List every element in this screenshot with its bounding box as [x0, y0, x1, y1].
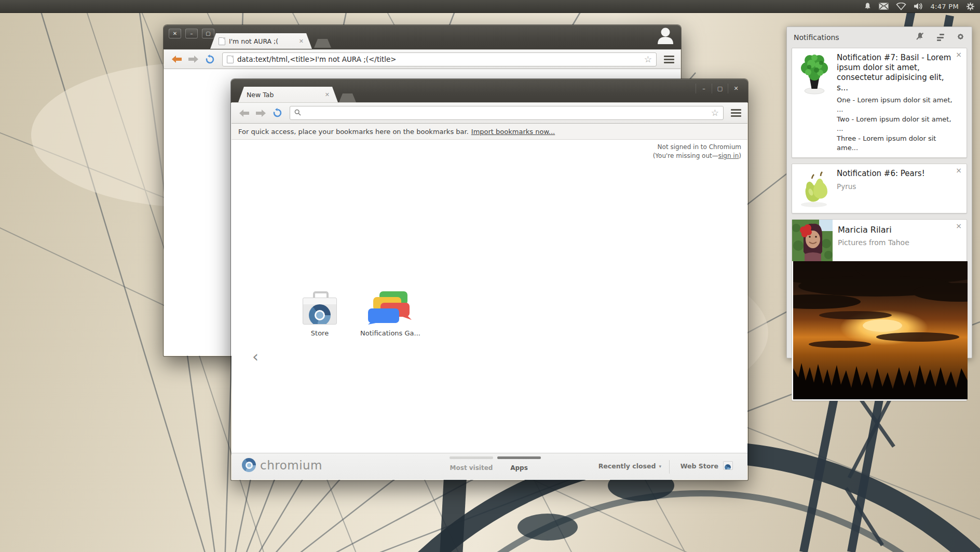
minimize-window-button[interactable]: – — [696, 84, 712, 93]
chrome-menu-icon[interactable] — [731, 109, 741, 117]
signin-line1: Not signed in to Chromium — [653, 143, 741, 152]
omnibox-search-input[interactable]: ☆ — [290, 106, 724, 120]
close-icon[interactable]: × — [956, 167, 962, 174]
close-icon[interactable]: × — [956, 51, 962, 58]
notification-center-panel: Notifications × — [786, 26, 972, 358]
list-item: One - Lorem ipsum dolor sit amet, ... — [837, 96, 954, 115]
system-top-bar: 4:47 PM — [0, 0, 980, 13]
ntp-footer-bar: chromium Most visited Apps Recently clos… — [232, 453, 747, 480]
webstore-app-icon — [303, 291, 337, 325]
new-tab-page: Not signed in to Chromium (You're missin… — [232, 140, 747, 453]
tab-title: I'm not AURA ;( — [229, 37, 295, 45]
contact-photo — [792, 220, 833, 261]
notice-text: For quick access, place your bookmarks h… — [238, 128, 469, 136]
mail-tray-icon[interactable] — [879, 3, 889, 10]
maximize-window-button[interactable]: ▢ — [202, 29, 214, 38]
close-window-button[interactable]: ✕ — [169, 29, 181, 38]
sunset-photo — [792, 261, 967, 400]
notification-subtitle: Pyrus — [837, 182, 954, 191]
notification-title: Notification #6: Pears! — [837, 169, 954, 179]
session-menu-icon[interactable] — [966, 2, 975, 11]
url-text: data:text/html,<title>I'm not AURA ;(</t… — [237, 55, 641, 63]
notification-settings-icon[interactable] — [936, 34, 944, 41]
notification-card-pears[interactable]: × Notification #6: Pears! Pyrus — [792, 164, 967, 213]
mute-notifications-icon[interactable] — [916, 32, 924, 43]
toolbar: data:text/html,<title>I'm not AURA ;(</t… — [164, 49, 680, 69]
import-bookmarks-link[interactable]: Import bookmarks now... — [471, 128, 555, 136]
tab-indicator-bar — [497, 456, 541, 459]
tab-apps[interactable]: Apps — [497, 453, 541, 480]
network-tray-icon[interactable] — [896, 3, 906, 10]
tab-close-icon[interactable]: ✕ — [299, 38, 304, 44]
tab-indicator-bar — [450, 456, 493, 459]
page-favicon — [219, 37, 225, 45]
notification-title: Notification #7: Basil - Lorem ipsum dol… — [837, 53, 954, 93]
sign-in-link[interactable]: sign in — [718, 152, 739, 159]
list-item: Two - Lorem ipsum dolor sit amet, ... — [837, 115, 954, 134]
previous-page-chevron[interactable]: ‹ — [252, 347, 258, 366]
minimize-window-button[interactable]: – — [185, 29, 198, 38]
gear-icon[interactable] — [956, 32, 965, 43]
app-tile-store[interactable]: Store — [291, 291, 348, 337]
chrome-menu-icon[interactable] — [664, 56, 674, 63]
forward-icon[interactable] — [186, 52, 200, 66]
url-address-bar[interactable]: data:text/html,<title>I'm not AURA ;(</t… — [222, 52, 657, 66]
notification-items: One - Lorem ipsum dolor sit amet, ... Tw… — [837, 96, 954, 153]
tab-most-visited[interactable]: Most visited — [450, 453, 493, 480]
close-window-button[interactable]: ✕ — [728, 84, 744, 93]
web-store-icon — [723, 461, 733, 470]
reload-icon[interactable] — [270, 106, 284, 120]
bookmark-star-icon[interactable]: ☆ — [711, 109, 719, 117]
notification-title: Maricia Rilari — [838, 225, 954, 235]
chromium-logo-icon — [242, 458, 256, 472]
tab-title: New Tab — [247, 91, 321, 99]
notification-center-header: Notifications — [787, 27, 972, 48]
tab-close-icon[interactable]: ✕ — [325, 92, 330, 98]
notifications-gallery-app-icon — [364, 291, 414, 325]
app-tile-notifications-gallery[interactable]: Notifications Ga... — [360, 291, 417, 337]
clock[interactable]: 4:47 PM — [931, 3, 959, 10]
tab-im-not-aura[interactable]: I'm not AURA ;( ✕ — [210, 33, 312, 49]
search-icon — [294, 108, 301, 118]
notification-subtitle: Pictures from Tahoe — [838, 238, 954, 247]
notifications-tray-icon[interactable] — [864, 2, 872, 10]
pears-image — [792, 164, 837, 211]
profile-avatar-icon[interactable] — [656, 26, 675, 46]
page-icon — [227, 56, 234, 63]
panel-title: Notifications — [794, 33, 916, 42]
chromium-brand: chromium — [242, 458, 322, 472]
tab-new-tab[interactable]: New Tab ✕ — [238, 87, 338, 102]
recently-closed-menu[interactable]: Recently closed ▾ — [598, 462, 661, 470]
bookmark-star-icon[interactable]: ☆ — [644, 55, 652, 64]
reload-icon[interactable] — [202, 52, 217, 66]
toolbar: ☆ — [232, 102, 747, 124]
brand-word: chromium — [260, 459, 322, 472]
bookmarks-bar-notice: For quick access, place your bookmarks h… — [232, 124, 747, 140]
notification-card-basil[interactable]: × Notification #7: Basil - Lorem ipsum d… — [792, 48, 967, 158]
chevron-down-icon: ▾ — [659, 464, 661, 469]
footer-divider — [669, 460, 670, 474]
signin-line2: (You're missing out—sign in) — [653, 152, 741, 160]
web-store-link[interactable]: Web Store — [680, 462, 733, 470]
basil-plant-image — [792, 48, 837, 157]
app-label: Notifications Ga... — [360, 329, 417, 337]
back-icon[interactable] — [237, 106, 251, 120]
maximize-window-button[interactable]: ▢ — [712, 84, 728, 93]
close-icon[interactable]: × — [956, 222, 962, 230]
foreground-browser-window[interactable]: – ▢ ✕ New Tab ✕ ☆ For quick access, plac… — [231, 79, 748, 480]
volume-tray-icon[interactable] — [914, 2, 923, 10]
notification-card-maricia[interactable]: × Maricia Rilari Pictures from Tahoe — [792, 219, 967, 401]
signin-promo: Not signed in to Chromium (You're missin… — [653, 143, 741, 161]
forward-icon[interactable] — [253, 106, 268, 120]
list-item: Three - Lorem ipsum dolor sit ame... — [837, 134, 954, 153]
back-icon[interactable] — [169, 52, 184, 66]
app-label: Store — [291, 329, 348, 337]
